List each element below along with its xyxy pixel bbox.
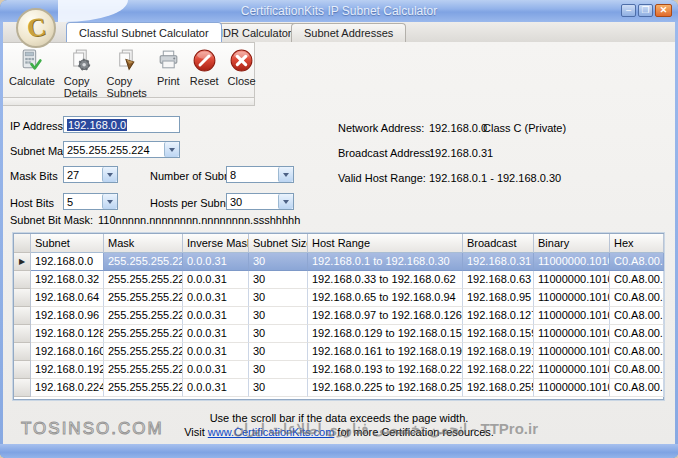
- table-cell[interactable]: 192.168.0.161 to 192.168.0.190: [308, 343, 463, 361]
- table-cell[interactable]: 30: [249, 325, 308, 343]
- copy-subnets-button[interactable]: Copy Subnets: [104, 46, 148, 101]
- table-column-header[interactable]: Binary: [534, 234, 610, 253]
- table-row[interactable]: 192.168.0.160255.255.255.2240.0.0.313019…: [14, 343, 663, 361]
- row-selector[interactable]: ▶: [14, 253, 31, 271]
- mask-bits-dropdown-icon[interactable]: [102, 167, 117, 182]
- table-cell[interactable]: 192.168.0.192: [31, 361, 104, 379]
- table-cell[interactable]: 0.0.0.31: [183, 289, 249, 307]
- table-column-header[interactable]: Subnet Size: [249, 234, 308, 253]
- table-cell[interactable]: 192.168.0.97 to 192.168.0.126: [308, 307, 463, 325]
- table-cell[interactable]: 192.168.0.65 to 192.168.0.94: [308, 289, 463, 307]
- reset-button[interactable]: Reset: [188, 46, 221, 89]
- table-cell[interactable]: 192.168.0.255: [463, 379, 534, 397]
- table-row[interactable]: ▶192.168.0.0255.255.255.2240.0.0.3130192…: [14, 253, 663, 271]
- table-cell[interactable]: 11000000.1010...: [534, 271, 610, 289]
- table-cell[interactable]: 30: [249, 343, 308, 361]
- table-cell[interactable]: 11000000.1010...: [534, 361, 610, 379]
- table-cell[interactable]: 0.0.0.31: [183, 271, 249, 289]
- table-cell[interactable]: 0.0.0.31: [183, 361, 249, 379]
- number-of-subnets-select[interactable]: 8: [226, 166, 294, 183]
- table-cell[interactable]: 192.168.0.129 to 192.168.0.158: [308, 325, 463, 343]
- host-bits-dropdown-icon[interactable]: [102, 194, 117, 209]
- table-cell[interactable]: 192.168.0.224: [31, 379, 104, 397]
- mask-bits-select[interactable]: 27: [63, 166, 118, 183]
- row-selector[interactable]: [14, 325, 31, 343]
- table-row[interactable]: 192.168.0.224255.255.255.2240.0.0.313019…: [14, 379, 663, 397]
- table-cell[interactable]: C0.A8.00.00: [610, 253, 664, 271]
- host-bits-select[interactable]: 5: [63, 193, 118, 210]
- hosts-per-subnet-select[interactable]: 30: [226, 193, 294, 210]
- table-column-header[interactable]: Hex: [610, 234, 664, 253]
- table-cell[interactable]: 192.168.0.191: [463, 343, 534, 361]
- title-bar[interactable]: CertificationKits IP Subnet Calculator –…: [0, 0, 678, 22]
- table-cell[interactable]: 192.168.0.95: [463, 289, 534, 307]
- tab-subnet-addresses[interactable]: Subnet Addresses: [291, 23, 406, 42]
- row-selector[interactable]: [14, 289, 31, 307]
- table-column-header[interactable]: Mask: [104, 234, 183, 253]
- table-row[interactable]: 192.168.0.64255.255.255.2240.0.0.3130192…: [14, 289, 663, 307]
- maximize-button[interactable]: ❐: [638, 4, 653, 17]
- table-cell[interactable]: 11000000.1010...: [534, 325, 610, 343]
- table-cell[interactable]: 192.168.0.127: [463, 307, 534, 325]
- table-cell[interactable]: 255.255.255.224: [104, 253, 183, 271]
- table-cell[interactable]: 0.0.0.31: [183, 325, 249, 343]
- row-selector[interactable]: [14, 343, 31, 361]
- row-selector[interactable]: [14, 361, 31, 379]
- table-column-header[interactable]: Inverse Mask: [183, 234, 249, 253]
- table-cell[interactable]: 255.255.255.224: [104, 379, 183, 397]
- table-cell[interactable]: 255.255.255.224: [104, 325, 183, 343]
- table-cell[interactable]: C0.A8.00.20: [610, 271, 664, 289]
- table-cell[interactable]: 30: [249, 307, 308, 325]
- minimize-button[interactable]: –: [621, 4, 636, 17]
- table-cell[interactable]: C0.A8.00.80: [610, 325, 664, 343]
- table-column-header[interactable]: Host Range: [308, 234, 463, 253]
- table-cell[interactable]: 192.168.0.160: [31, 343, 104, 361]
- table-cell[interactable]: 30: [249, 361, 308, 379]
- table-column-header[interactable]: Subnet: [31, 234, 104, 253]
- table-cell[interactable]: C0.A8.00.E0: [610, 379, 664, 397]
- close-window-button[interactable]: ✕: [655, 4, 672, 17]
- table-cell[interactable]: 30: [249, 379, 308, 397]
- table-cell[interactable]: 11000000.1010...: [534, 253, 610, 271]
- table-cell[interactable]: 192.168.0.128: [31, 325, 104, 343]
- table-cell[interactable]: 192.168.0.1 to 192.168.0.30: [308, 253, 463, 271]
- subnets-table[interactable]: SubnetMaskInverse MaskSubnet SizeHost Ra…: [13, 233, 664, 400]
- print-button[interactable]: Print: [154, 46, 183, 89]
- table-row[interactable]: 192.168.0.128255.255.255.2240.0.0.313019…: [14, 325, 663, 343]
- table-row[interactable]: 192.168.0.96255.255.255.2240.0.0.3130192…: [14, 307, 663, 325]
- table-cell[interactable]: 0.0.0.31: [183, 253, 249, 271]
- tab-classful-subnet-calculator[interactable]: Classful Subnet Calculator: [66, 22, 222, 42]
- table-cell[interactable]: 0.0.0.31: [183, 307, 249, 325]
- table-cell[interactable]: 192.168.0.96: [31, 307, 104, 325]
- table-cell[interactable]: 30: [249, 253, 308, 271]
- table-cell[interactable]: 192.168.0.31: [463, 253, 534, 271]
- close-button[interactable]: Close: [226, 46, 258, 89]
- table-cell[interactable]: 255.255.255.224: [104, 289, 183, 307]
- table-cell[interactable]: 30: [249, 289, 308, 307]
- subnet-mask-dropdown-icon[interactable]: [164, 142, 179, 157]
- table-row[interactable]: 192.168.0.192255.255.255.2240.0.0.313019…: [14, 361, 663, 379]
- table-cell[interactable]: 192.168.0.225 to 192.168.0.254: [308, 379, 463, 397]
- table-cell[interactable]: 192.168.0.159: [463, 325, 534, 343]
- row-selector[interactable]: [14, 307, 31, 325]
- calculate-button[interactable]: Calculate: [7, 46, 57, 89]
- row-selector[interactable]: [14, 271, 31, 289]
- table-cell[interactable]: 192.168.0.63: [463, 271, 534, 289]
- table-cell[interactable]: 192.168.0.32: [31, 271, 104, 289]
- table-cell[interactable]: 0.0.0.31: [183, 343, 249, 361]
- table-cell[interactable]: 30: [249, 271, 308, 289]
- table-row[interactable]: 192.168.0.32255.255.255.2240.0.0.3130192…: [14, 271, 663, 289]
- table-cell[interactable]: 11000000.1010...: [534, 343, 610, 361]
- table-cell[interactable]: 255.255.255.224: [104, 271, 183, 289]
- number-of-subnets-dropdown-icon[interactable]: [278, 167, 293, 182]
- subnet-mask-select[interactable]: 255.255.255.224: [63, 141, 180, 158]
- table-cell[interactable]: C0.A8.00.60: [610, 307, 664, 325]
- table-cell[interactable]: 192.168.0.0: [31, 253, 104, 271]
- table-cell[interactable]: 11000000.1010...: [534, 379, 610, 397]
- table-cell[interactable]: 192.168.0.33 to 192.168.0.62: [308, 271, 463, 289]
- table-cell[interactable]: 11000000.1010...: [534, 289, 610, 307]
- table-cell[interactable]: 0.0.0.31: [183, 379, 249, 397]
- hosts-per-subnet-dropdown-icon[interactable]: [278, 194, 293, 209]
- table-cell[interactable]: C0.A8.00.C0: [610, 361, 664, 379]
- table-cell[interactable]: 11000000.1010...: [534, 307, 610, 325]
